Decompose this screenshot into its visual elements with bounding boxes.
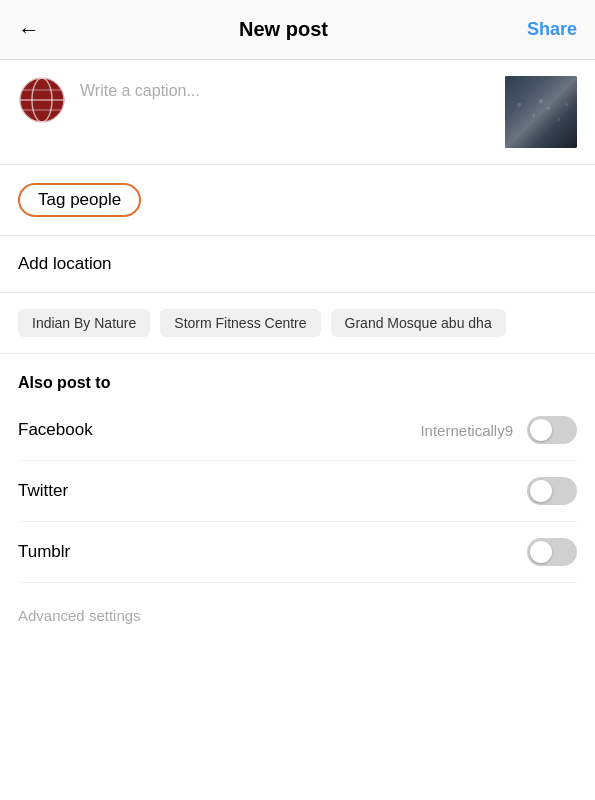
twitter-toggle[interactable]	[527, 477, 577, 505]
share-button[interactable]: Share	[527, 19, 577, 40]
facebook-toggle-knob	[530, 419, 552, 441]
location-tag-0[interactable]: Indian By Nature	[18, 309, 150, 337]
also-post-title: Also post to	[18, 374, 577, 392]
tumblr-row: Tumblr	[18, 522, 577, 583]
twitter-right	[527, 477, 577, 505]
facebook-account: Internetically9	[420, 422, 513, 439]
facebook-row: Facebook Internetically9	[18, 400, 577, 461]
back-button[interactable]: ←	[18, 17, 40, 43]
header: ← New post Share	[0, 0, 595, 60]
caption-area: Write a caption...	[0, 60, 595, 165]
twitter-toggle-knob	[530, 480, 552, 502]
advanced-settings[interactable]: Advanced settings	[0, 587, 595, 645]
globe-icon	[18, 76, 66, 124]
add-location-row[interactable]: Add location	[0, 236, 595, 293]
add-location-label: Add location	[18, 254, 112, 274]
advanced-settings-label[interactable]: Advanced settings	[18, 607, 141, 624]
facebook-toggle[interactable]	[527, 416, 577, 444]
facebook-right: Internetically9	[420, 416, 577, 444]
tumblr-toggle-knob	[530, 541, 552, 563]
twitter-label: Twitter	[18, 481, 68, 501]
location-tag-2[interactable]: Grand Mosque abu dha	[331, 309, 506, 337]
page-title: New post	[239, 18, 328, 41]
tumblr-right	[527, 538, 577, 566]
location-tag-1[interactable]: Storm Fitness Centre	[160, 309, 320, 337]
location-tags-row: Indian By Nature Storm Fitness Centre Gr…	[0, 293, 595, 354]
tag-people-button[interactable]: Tag people	[18, 183, 141, 217]
facebook-label: Facebook	[18, 420, 93, 440]
twitter-row: Twitter	[18, 461, 577, 522]
post-thumbnail	[505, 76, 577, 148]
caption-input[interactable]: Write a caption...	[80, 76, 491, 100]
also-post-section: Also post to Facebook Internetically9 Tw…	[0, 354, 595, 583]
tumblr-toggle[interactable]	[527, 538, 577, 566]
tumblr-label: Tumblr	[18, 542, 70, 562]
tag-people-row[interactable]: Tag people	[0, 165, 595, 236]
